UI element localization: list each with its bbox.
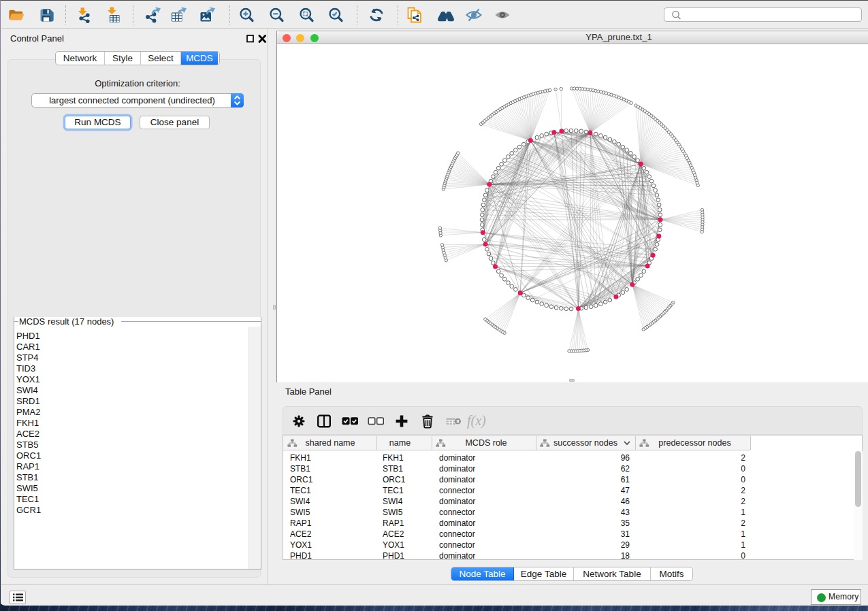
svg-text:f(x): f(x) (467, 413, 486, 429)
